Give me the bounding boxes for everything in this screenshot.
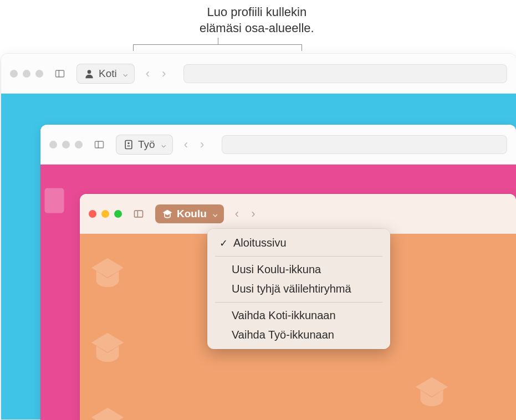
annotation-bracket — [133, 38, 302, 53]
close-button[interactable] — [10, 70, 18, 78]
graduation-cap-bg-icon — [88, 328, 127, 369]
menu-label: Vaihda Työ-ikkunaan — [232, 329, 334, 341]
sidebar-icon — [94, 139, 105, 150]
menu-item-new-tab-group[interactable]: Uusi tyhjä välilehtiryhmä — [207, 279, 390, 299]
person-icon — [84, 68, 95, 79]
menu-label: Uusi tyhjä välilehtiryhmä — [232, 283, 351, 295]
menu-item-switch-tyo[interactable]: Vaihda Työ-ikkunaan — [207, 325, 390, 345]
close-button[interactable] — [89, 210, 96, 218]
menu-label: Vaihda Koti-ikkunaan — [232, 309, 336, 322]
back-button[interactable]: ‹ — [184, 137, 188, 152]
badge-icon — [123, 139, 134, 150]
traffic-lights-koti — [10, 70, 43, 78]
toolbar-koti: Koti ⌵ ‹ › — [1, 54, 516, 94]
toolbar-koulu: Koulu ⌵ ‹ › — [80, 194, 516, 234]
svg-rect-3 — [95, 141, 104, 148]
profile-switcher-tyo[interactable]: Työ ⌵ — [116, 135, 173, 155]
nav-arrows: ‹ › — [235, 207, 256, 221]
chevron-down-icon: ⌵ — [123, 69, 127, 78]
search-field[interactable] — [183, 64, 507, 83]
menu-label: Aloitussivu — [233, 237, 287, 249]
minimize-button[interactable] — [101, 210, 109, 218]
minimize-button[interactable] — [62, 141, 70, 148]
close-button[interactable] — [49, 141, 57, 148]
back-button[interactable]: ‹ — [235, 207, 239, 221]
annotation-text: Luo profiili kullekin elämäsi osa-alueel… — [200, 4, 314, 36]
profile-label-koti: Koti — [99, 68, 117, 80]
profile-label-koulu: Koulu — [177, 208, 207, 220]
graduation-cap-bg-icon — [88, 253, 127, 294]
sidebar-toggle-button[interactable] — [90, 136, 108, 153]
menu-label: Uusi Koulu-ikkuna — [232, 263, 321, 276]
profile-label-tyo: Työ — [138, 139, 155, 151]
svg-rect-0 — [56, 70, 64, 77]
profile-switcher-koulu[interactable]: Koulu ⌵ — [155, 204, 224, 223]
annotation-line1: Luo profiili kullekin — [200, 4, 314, 21]
maximize-button[interactable] — [35, 70, 43, 78]
toolbar-tyo: Työ ⌵ ‹ › — [40, 125, 516, 165]
nav-arrows: ‹ › — [146, 66, 166, 81]
maximize-button[interactable] — [75, 141, 83, 148]
graduation-cap-bg-icon — [88, 403, 127, 420]
svg-rect-9 — [135, 211, 143, 217]
sidebar-toggle-button[interactable] — [130, 206, 147, 222]
chevron-down-icon: ⌵ — [213, 209, 217, 218]
graduation-cap-bg-icon — [412, 372, 451, 413]
traffic-lights-koulu — [89, 210, 122, 218]
traffic-lights-tyo — [49, 141, 83, 148]
sidebar-toggle-button[interactable] — [51, 65, 69, 82]
maximize-button[interactable] — [114, 210, 122, 218]
menu-item-switch-koti[interactable]: Vaihda Koti-ikkunaan — [207, 306, 390, 325]
menu-item-start-page[interactable]: Aloitussivu — [207, 233, 390, 253]
graduation-cap-icon — [162, 208, 173, 219]
forward-button[interactable]: › — [162, 66, 166, 81]
profile-switcher-koti[interactable]: Koti ⌵ — [76, 64, 135, 84]
sidebar-icon — [133, 208, 144, 219]
svg-point-6 — [127, 142, 129, 144]
annotation-line2: elämäsi osa-alueelle. — [200, 21, 314, 37]
profile-dropdown-menu: Aloitussivu Uusi Koulu-ikkuna Uusi tyhjä… — [207, 229, 390, 349]
minimize-button[interactable] — [23, 70, 30, 78]
search-field[interactable] — [222, 135, 507, 154]
badge-bg-icon — [40, 184, 71, 223]
nav-arrows: ‹ › — [184, 137, 205, 152]
forward-button[interactable]: › — [200, 137, 204, 152]
svg-rect-5 — [125, 140, 132, 148]
svg-rect-8 — [45, 188, 64, 213]
forward-button[interactable]: › — [251, 207, 255, 221]
browser-window-koulu: Koulu ⌵ ‹ › Aloitussivu Uusi Koulu-ikkun… — [80, 194, 516, 420]
chevron-down-icon: ⌵ — [161, 140, 166, 149]
menu-item-new-koulu-window[interactable]: Uusi Koulu-ikkuna — [207, 260, 390, 279]
menu-divider — [215, 256, 382, 257]
sidebar-icon — [54, 68, 65, 79]
menu-divider — [215, 302, 382, 303]
svg-point-2 — [88, 70, 91, 74]
back-button[interactable]: ‹ — [146, 66, 150, 81]
